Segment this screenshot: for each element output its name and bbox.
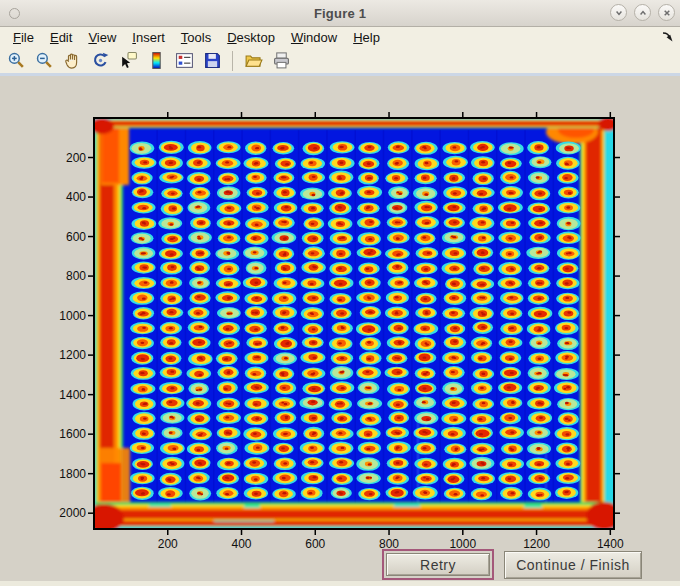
- minimize-button[interactable]: [610, 4, 627, 21]
- retry-button[interactable]: Retry: [386, 553, 490, 576]
- save-figure-icon: [203, 51, 222, 70]
- close-button[interactable]: [658, 4, 675, 21]
- toolbar-separator: [232, 51, 233, 71]
- menu-item-help[interactable]: Help: [353, 30, 380, 45]
- chevron-down-icon: [614, 8, 624, 18]
- y-tick-label: 800: [30, 269, 86, 283]
- menu-item-desktop[interactable]: Desktop: [227, 30, 275, 45]
- y-tick-label: 1400: [30, 388, 86, 402]
- y-tick-label: 600: [30, 230, 86, 244]
- y-tick-label: 1600: [30, 427, 86, 441]
- zoom-in-icon: [7, 51, 26, 70]
- pan-button[interactable]: [61, 50, 83, 72]
- zoom-out-icon: [35, 51, 54, 70]
- menu-item-insert[interactable]: Insert: [132, 30, 165, 45]
- titlebar[interactable]: Figure 1: [0, 0, 680, 27]
- zoom-out-button[interactable]: [33, 50, 55, 72]
- zoom-in-button[interactable]: [5, 50, 27, 72]
- retry-focus-ring: Retry: [382, 549, 494, 580]
- heatmap-image: [86, 110, 622, 546]
- menu-bar: FileEditViewInsertToolsDesktopWindowHelp: [0, 27, 680, 48]
- menu-item-view[interactable]: View: [88, 30, 116, 45]
- chevron-up-icon: [638, 8, 648, 18]
- rotate-3d-icon: [91, 51, 110, 70]
- continue-finish-button[interactable]: Continue / Finish: [504, 551, 642, 579]
- maximize-button[interactable]: [634, 4, 651, 21]
- print-figure-icon: [272, 51, 291, 70]
- print-figure-button[interactable]: [270, 50, 292, 72]
- y-tick-label: 1000: [30, 309, 86, 323]
- pan-icon: [63, 51, 82, 70]
- window-title: Figure 1: [0, 6, 680, 21]
- menu-item-file[interactable]: File: [13, 30, 34, 45]
- y-tick-label: 1800: [30, 467, 86, 481]
- menu-item-tools[interactable]: Tools: [181, 30, 211, 45]
- insert-legend-button[interactable]: [173, 50, 195, 72]
- figure-window: Figure 1 FileEditViewInsertToolsDesktopW…: [0, 0, 680, 586]
- insert-legend-icon: [175, 51, 194, 70]
- dock-figure-icon[interactable]: [661, 29, 674, 47]
- y-tick-label: 1200: [30, 348, 86, 362]
- open-file-icon: [244, 51, 263, 70]
- y-tick-label: 400: [30, 190, 86, 204]
- figure-canvas: 2004006008001000120014002004006008001000…: [0, 79, 680, 586]
- menu-item-edit[interactable]: Edit: [50, 30, 72, 45]
- open-file-button[interactable]: [242, 50, 264, 72]
- x-icon: [662, 8, 672, 18]
- insert-colorbar-icon: [147, 51, 166, 70]
- rotate-3d-button[interactable]: [89, 50, 111, 72]
- insert-colorbar-button[interactable]: [145, 50, 167, 72]
- data-cursor-icon: [119, 51, 138, 70]
- save-figure-button[interactable]: [201, 50, 223, 72]
- y-tick-label: 2000: [30, 506, 86, 520]
- window-bottom-edge: [0, 581, 680, 586]
- menu-item-window[interactable]: Window: [291, 30, 337, 45]
- y-tick-label: 200: [30, 151, 86, 165]
- window-controls: [610, 4, 675, 21]
- menu-items: FileEditViewInsertToolsDesktopWindowHelp: [0, 30, 380, 45]
- data-cursor-button[interactable]: [117, 50, 139, 72]
- toolbar: [0, 48, 680, 76]
